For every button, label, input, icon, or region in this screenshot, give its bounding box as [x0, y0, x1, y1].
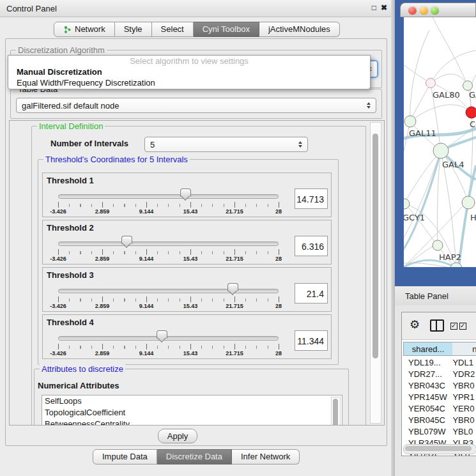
threshold-value-field[interactable]: 14.713 [295, 188, 328, 209]
node-label-partial-h: H [470, 213, 476, 222]
tick-label: 2.859 [95, 350, 110, 357]
node-gal80[interactable] [426, 79, 436, 88]
slider-track[interactable] [58, 194, 279, 199]
tick-label: 15.43 [183, 208, 198, 215]
tab-cyni-toolbox[interactable]: Cyni Toolbox [194, 22, 259, 37]
node-gal11[interactable] [404, 116, 416, 127]
table-data-combobox[interactable]: galFiltered.sif default node [16, 98, 376, 113]
table-row[interactable]: YBR045CYBR0 [403, 414, 476, 426]
table-panel-title: Table Panel [405, 291, 449, 301]
threshold-slider[interactable]: -3.426 2.859 9.144 15.43 21.715 28 [58, 190, 279, 215]
apply-button[interactable]: Apply [158, 429, 197, 443]
network-canvas[interactable]: GAL80 GA C GAL11 GAL4 GCY1 H HAP2 [404, 17, 476, 267]
list-scrollbar-thumb[interactable] [333, 399, 338, 426]
list-scrollbar[interactable] [331, 397, 341, 426]
select-columns-icon[interactable] [450, 322, 468, 332]
table-hscrollbar-thumb[interactable] [405, 446, 472, 451]
dropdown-option-equal-width[interactable]: Equal Width/Frequency Discretization [8, 77, 370, 88]
node-hap2[interactable] [433, 240, 443, 250]
slider-track[interactable] [58, 242, 279, 246]
threshold-thumb[interactable] [180, 188, 191, 197]
table-cell[interactable]: YER0 [447, 403, 476, 414]
list-item[interactable]: SelfLoops [42, 395, 342, 407]
tab-discretize-data[interactable]: Discretize Data [157, 449, 232, 464]
network-icon [63, 26, 72, 34]
settings-scroll-viewport: Interval Definition Number of Intervals … [9, 120, 385, 426]
list-item[interactable]: BetweennessCentrality [42, 418, 342, 426]
table-cell[interactable]: YBL079W [403, 426, 447, 437]
table-cell[interactable]: YDL19... [403, 357, 447, 368]
column-header-shared-name[interactable]: shared... [403, 342, 453, 356]
table-cell[interactable]: YDR2 [447, 368, 476, 380]
tab-select[interactable]: Select [152, 22, 194, 37]
close-icon[interactable]: ✖ [381, 3, 387, 12]
table-row[interactable]: YDL19...YDL1 [403, 357, 476, 368]
threshold-value-field[interactable]: 11.344 [295, 330, 328, 351]
tab-impute-data[interactable]: Impute Data [93, 449, 157, 464]
float-window-icon[interactable]: □ [372, 3, 376, 12]
threshold-thumb[interactable] [227, 283, 238, 291]
node-gcy1[interactable] [404, 199, 410, 209]
node-red[interactable] [466, 107, 476, 118]
dropdown-option-manual[interactable]: Manual Discretization [8, 66, 370, 77]
slider-track[interactable] [58, 336, 279, 341]
threshold-thumb[interactable] [121, 236, 132, 244]
table-cell[interactable]: YBL0 [447, 426, 476, 437]
slider-ticks [58, 202, 279, 208]
threshold-panel: Threshold 1 -3.426 2.859 9.144 15.43 21.… [42, 173, 332, 217]
table-cell[interactable]: YDR27... [403, 368, 447, 380]
threshold-panel: Threshold 4 -3.426 2.859 9.144 15.43 21.… [42, 314, 332, 359]
table-cell[interactable]: YBR0 [447, 380, 476, 391]
table-row[interactable]: YDR27...YDR2 [403, 368, 476, 380]
group-title: Interval Definition [37, 121, 105, 131]
node-partial-ga[interactable] [463, 81, 473, 91]
zoom-traffic-light-icon[interactable] [431, 6, 439, 15]
split-columns-icon[interactable] [430, 319, 444, 332]
slider-ticks [58, 296, 279, 302]
tab-style[interactable]: Style [115, 22, 152, 37]
node-gal4[interactable] [433, 143, 449, 158]
table-cell[interactable]: YPR145W [403, 391, 447, 403]
tick-label: 15.43 [183, 350, 198, 357]
table-cell[interactable]: YPR1 [447, 391, 476, 403]
number-of-intervals-combobox[interactable]: 5 [144, 137, 308, 152]
threshold-value-field[interactable]: 21.4 [295, 283, 328, 303]
threshold-slider[interactable]: -3.426 2.859 9.144 15.43 21.715 28 [58, 332, 279, 357]
node-partial-h[interactable] [462, 196, 475, 209]
table-cell[interactable]: YER054C [403, 403, 447, 414]
tab-network[interactable]: Network [54, 22, 115, 37]
threshold-slider[interactable]: -3.426 2.859 9.144 15.43 21.715 28 [58, 284, 279, 310]
table-row[interactable]: YBL079WYBL0 [403, 426, 476, 437]
combo-arrows-icon [298, 141, 302, 148]
tick-label: 9.144 [139, 350, 154, 357]
slider-track[interactable] [58, 289, 279, 293]
table-row[interactable]: YER054CYER0 [403, 403, 476, 414]
close-traffic-light-icon[interactable] [408, 6, 417, 15]
table-row[interactable]: YBR043CYBR0 [403, 380, 476, 391]
table-cell[interactable]: YBR045C [403, 414, 447, 426]
tick-label: 9.144 [139, 303, 154, 309]
node-label-gal4: GAL4 [442, 160, 464, 169]
table-cell[interactable]: YBR043C [403, 380, 447, 391]
settings-scrollbar-thumb[interactable] [372, 134, 378, 358]
threshold-slider[interactable]: -3.426 2.859 9.144 15.43 21.715 28 [58, 237, 279, 263]
tab-infer-network[interactable]: Infer Network [232, 449, 300, 464]
gear-icon[interactable]: ⚙ [410, 318, 420, 332]
tab-jactivemnodules[interactable]: jActiveMNodules [259, 22, 340, 37]
minimize-traffic-light-icon[interactable] [420, 6, 428, 15]
settings-scrollbar[interactable] [370, 122, 381, 424]
tick-label: 28 [275, 303, 282, 309]
table-cell[interactable]: YDL1 [447, 357, 476, 368]
table-hscrollbar[interactable] [403, 444, 476, 454]
threshold-value-field[interactable]: 6.316 [295, 236, 328, 256]
table-cell[interactable]: YBR0 [447, 414, 476, 426]
tick-label: -3.426 [50, 350, 66, 357]
network-desktop: GAL80 GA C GAL11 GAL4 GCY1 H HAP2 [395, 0, 476, 291]
panel-title: Control Panel [6, 4, 57, 13]
column-header-name[interactable]: na [452, 342, 476, 356]
table-row[interactable]: YPR145WYPR1 [403, 391, 476, 403]
threshold-thumb[interactable] [157, 330, 167, 339]
numerical-attributes-list[interactable]: SelfLoops TopologicalCoefficient Between… [42, 395, 342, 426]
list-item[interactable]: TopologicalCoefficient [42, 407, 342, 418]
network-window-titlebar[interactable] [400, 3, 476, 17]
